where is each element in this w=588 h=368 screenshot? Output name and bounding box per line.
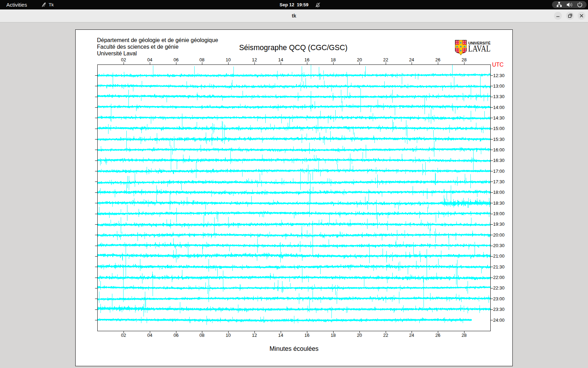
svg-text:UTC: UTC [492, 62, 504, 68]
svg-text:12: 12 [252, 57, 257, 62]
svg-text:tk: tk [292, 13, 296, 19]
svg-text:26: 26 [435, 57, 440, 62]
svg-text:21:30: 21:30 [493, 264, 505, 270]
svg-text:12:30: 12:30 [493, 73, 505, 78]
svg-text:19:30: 19:30 [493, 222, 505, 227]
svg-text:22:30: 22:30 [493, 285, 505, 291]
svg-text:Université Laval: Université Laval [97, 50, 137, 56]
svg-text:23:30: 23:30 [493, 307, 505, 312]
svg-text:20: 20 [357, 57, 362, 62]
svg-text:16: 16 [304, 57, 309, 62]
svg-text:18:30: 18:30 [493, 200, 505, 206]
svg-text:21:00: 21:00 [493, 253, 505, 259]
svg-text:17:00: 17:00 [493, 169, 505, 174]
svg-text:20:00: 20:00 [493, 232, 505, 238]
svg-text:18: 18 [331, 333, 336, 338]
svg-text:02: 02 [121, 57, 126, 62]
svg-text:10: 10 [226, 333, 231, 338]
svg-text:Tk: Tk [49, 2, 54, 7]
svg-text:08: 08 [200, 333, 204, 338]
svg-text:13:30: 13:30 [493, 94, 505, 99]
svg-text:18:00: 18:00 [493, 190, 505, 195]
svg-text:28: 28 [462, 333, 467, 338]
svg-text:18: 18 [331, 57, 336, 62]
svg-text:06: 06 [174, 333, 178, 338]
svg-text:Faculté des sciences et de gén: Faculté des sciences et de génie [97, 44, 178, 50]
svg-text:10: 10 [226, 57, 231, 62]
svg-text:19:00: 19:00 [493, 211, 505, 216]
svg-text:14: 14 [278, 333, 283, 338]
svg-text:16:30: 16:30 [493, 158, 505, 163]
svg-text:28: 28 [462, 57, 467, 62]
svg-text:Activities: Activities [6, 2, 27, 8]
svg-text:14: 14 [278, 57, 283, 62]
svg-text:08: 08 [200, 57, 204, 62]
svg-text:Sep 12 19:59: Sep 12 19:59 [280, 2, 308, 7]
svg-text:12: 12 [252, 333, 257, 338]
svg-text:16:00: 16:00 [493, 147, 505, 152]
svg-text:20: 20 [357, 333, 362, 338]
svg-text:15:30: 15:30 [493, 137, 505, 142]
svg-text:15:00: 15:00 [493, 126, 505, 131]
svg-text:24: 24 [409, 57, 414, 62]
svg-text:Département de géologie et de: Département de géologie et de génie géol… [97, 37, 218, 43]
svg-text:22: 22 [383, 57, 388, 62]
svg-text:LAVAL: LAVAL [468, 44, 491, 53]
svg-text:14:30: 14:30 [493, 115, 505, 121]
svg-text:22:00: 22:00 [493, 275, 505, 280]
svg-text:24:00: 24:00 [493, 318, 505, 323]
svg-text:Minutes écoulées: Minutes écoulées [270, 345, 318, 352]
svg-text:20:30: 20:30 [493, 243, 505, 248]
svg-text:Séismographe QCQ (CGC/GSC): Séismographe QCQ (CGC/GSC) [239, 43, 348, 52]
svg-text:22: 22 [383, 333, 388, 338]
svg-text:02: 02 [121, 333, 126, 338]
svg-text:14:00: 14:00 [493, 105, 505, 110]
svg-text:13:00: 13:00 [493, 83, 505, 89]
svg-text:24: 24 [409, 333, 414, 338]
svg-text:23:00: 23:00 [493, 296, 505, 301]
svg-text:06: 06 [174, 57, 178, 62]
svg-text:04: 04 [147, 57, 152, 62]
svg-text:17:30: 17:30 [493, 179, 505, 184]
svg-text:04: 04 [147, 333, 152, 338]
svg-text:26: 26 [435, 333, 440, 338]
svg-text:16: 16 [304, 333, 309, 338]
